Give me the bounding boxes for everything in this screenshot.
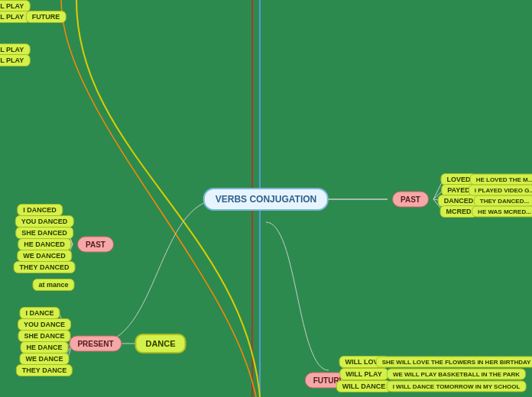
left-present-conj-2: SHE DANCE	[18, 330, 70, 342]
future-sent-0: SHE WILL LOVE THE FLOWERS IN HER BIRTHDA…	[376, 357, 532, 368]
future-sent-1: WE WILL PLAY BASKETBALL IN THE PARK	[387, 369, 526, 380]
main-node: VERBS CONJUGATION	[203, 188, 329, 211]
past-sentence-0: HE LOVED THE M...	[470, 174, 532, 186]
left-present-conj-1: YOU DANCE	[18, 318, 71, 331]
left-present-conj-5: THEY DANCE	[16, 364, 73, 376]
left-past-conj-1: YOU DANCED	[15, 215, 74, 228]
dance-node: DANCE	[135, 334, 186, 353]
left-past-conj-3: HE DANCED	[18, 238, 71, 250]
future-word-2: WILL DANCE	[336, 380, 391, 392]
left-present-conj-3: HE DANCE	[20, 341, 68, 353]
future-sent-2: I WILL DANCE TOMORROW IN MY SCHOOL	[387, 381, 527, 392]
left-present-conj-4: WE DANCE	[20, 353, 70, 365]
top-left-word-2: FUTURE	[26, 11, 66, 23]
at-mance-node: at mance	[32, 279, 74, 291]
past-right-node: PAST	[392, 192, 429, 208]
left-past-conj-0: I DANCED	[17, 204, 63, 216]
left-past-conj-5: THEY DANCED	[14, 261, 76, 273]
left-past-conj-4: WE DANCED	[17, 250, 72, 262]
left-present-conj-0: I DANCE	[19, 307, 60, 319]
past-sentence-3: HE WAS MCRED...	[472, 206, 532, 218]
future-word-1: WILL PLAY	[339, 368, 388, 380]
left-past-conj-2: SHE DANCED	[15, 227, 73, 239]
past-sentence-1: I PLAYED VIDEO G...	[469, 185, 532, 196]
mindmap-container: VERBS CONJUGATIONPASTLOVEDPAYEDDANCEDMCR…	[0, 0, 532, 397]
present-left-node: PRESENT	[69, 336, 122, 352]
top-left-word-4: LL PLAY	[0, 54, 30, 66]
past-sentence-2: THEY DANCED...	[474, 195, 532, 207]
past-left-node: PAST	[77, 237, 114, 253]
